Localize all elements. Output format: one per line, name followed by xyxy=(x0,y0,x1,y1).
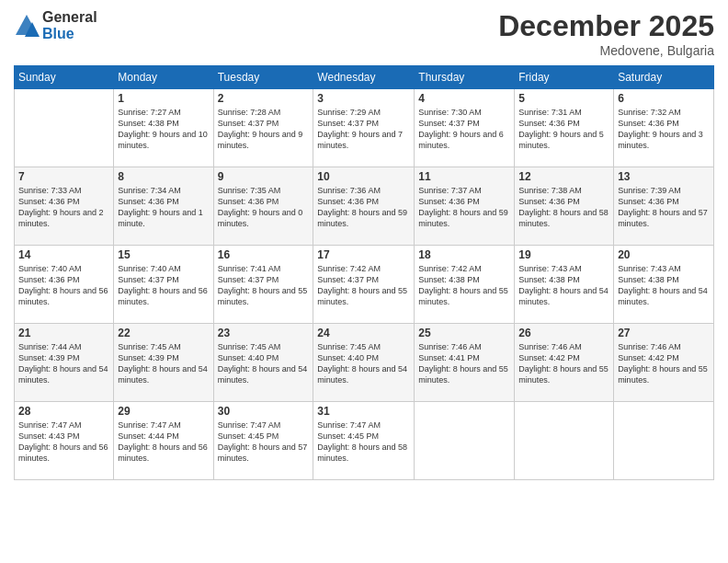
day-info: Sunrise: 7:28 AMSunset: 4:37 PMDaylight:… xyxy=(218,107,310,152)
day-info: Sunrise: 7:43 AMSunset: 4:38 PMDaylight:… xyxy=(518,263,609,308)
calendar-week-4: 21Sunrise: 7:44 AMSunset: 4:39 PMDayligh… xyxy=(15,324,714,402)
calendar-cell: 21Sunrise: 7:44 AMSunset: 4:39 PMDayligh… xyxy=(15,324,114,402)
day-number: 18 xyxy=(418,248,510,261)
day-info: Sunrise: 7:47 AMSunset: 4:45 PMDaylight:… xyxy=(317,419,410,465)
day-info: Sunrise: 7:41 AMSunset: 4:37 PMDaylight:… xyxy=(218,263,310,308)
calendar-cell xyxy=(515,402,614,480)
day-number: 28 xyxy=(18,405,109,418)
month-title: December 2025 xyxy=(498,9,714,43)
day-info: Sunrise: 7:47 AMSunset: 4:44 PMDaylight:… xyxy=(118,419,209,465)
day-info: Sunrise: 7:46 AMSunset: 4:42 PMDaylight:… xyxy=(518,341,609,386)
day-number: 25 xyxy=(418,327,510,339)
calendar-cell: 23Sunrise: 7:45 AMSunset: 4:40 PMDayligh… xyxy=(213,324,313,402)
calendar-cell: 10Sunrise: 7:36 AMSunset: 4:36 PMDayligh… xyxy=(313,167,415,246)
day-number: 19 xyxy=(518,248,609,261)
day-number: 7 xyxy=(18,170,109,183)
day-info: Sunrise: 7:47 AMSunset: 4:43 PMDaylight:… xyxy=(18,419,109,465)
location: Medovene, Bulgaria xyxy=(498,43,714,58)
calendar-cell: 1Sunrise: 7:27 AMSunset: 4:38 PMDaylight… xyxy=(114,89,213,167)
calendar-week-2: 7Sunrise: 7:33 AMSunset: 4:36 PMDaylight… xyxy=(15,167,714,246)
logo-text: General Blue xyxy=(42,9,97,41)
day-number: 13 xyxy=(618,170,710,183)
day-info: Sunrise: 7:31 AMSunset: 4:36 PMDaylight:… xyxy=(518,107,609,152)
calendar-cell xyxy=(15,89,114,167)
day-info: Sunrise: 7:45 AMSunset: 4:40 PMDaylight:… xyxy=(317,341,410,386)
logo-blue: Blue xyxy=(42,26,97,42)
day-info: Sunrise: 7:40 AMSunset: 4:37 PMDaylight:… xyxy=(118,263,209,308)
calendar-cell: 31Sunrise: 7:47 AMSunset: 4:45 PMDayligh… xyxy=(313,402,415,480)
day-number: 15 xyxy=(118,248,209,261)
day-number: 12 xyxy=(518,170,609,183)
day-number: 5 xyxy=(518,92,609,105)
calendar-cell xyxy=(415,402,515,480)
day-number: 17 xyxy=(317,248,410,261)
calendar-cell: 7Sunrise: 7:33 AMSunset: 4:36 PMDaylight… xyxy=(15,167,114,246)
calendar-cell: 19Sunrise: 7:43 AMSunset: 4:38 PMDayligh… xyxy=(515,246,614,324)
calendar-cell: 4Sunrise: 7:30 AMSunset: 4:37 PMDaylight… xyxy=(415,89,515,167)
day-info: Sunrise: 7:46 AMSunset: 4:42 PMDaylight:… xyxy=(618,341,710,386)
day-number: 9 xyxy=(218,170,310,183)
day-number: 31 xyxy=(317,405,410,418)
calendar-cell: 5Sunrise: 7:31 AMSunset: 4:36 PMDaylight… xyxy=(515,89,614,167)
page-header: General Blue December 2025 Medovene, Bul… xyxy=(14,9,714,58)
calendar-cell: 24Sunrise: 7:45 AMSunset: 4:40 PMDayligh… xyxy=(313,324,415,402)
calendar-cell: 14Sunrise: 7:40 AMSunset: 4:36 PMDayligh… xyxy=(15,246,114,324)
calendar-cell: 27Sunrise: 7:46 AMSunset: 4:42 PMDayligh… xyxy=(614,324,714,402)
day-number: 16 xyxy=(218,248,310,261)
calendar-cell: 2Sunrise: 7:28 AMSunset: 4:37 PMDaylight… xyxy=(213,89,313,167)
day-number: 20 xyxy=(618,248,710,261)
col-wednesday: Wednesday xyxy=(313,66,415,89)
day-number: 4 xyxy=(418,92,510,105)
day-info: Sunrise: 7:30 AMSunset: 4:37 PMDaylight:… xyxy=(418,107,510,152)
day-number: 8 xyxy=(118,170,209,183)
calendar-cell: 29Sunrise: 7:47 AMSunset: 4:44 PMDayligh… xyxy=(114,402,213,480)
day-number: 29 xyxy=(118,405,209,418)
day-info: Sunrise: 7:36 AMSunset: 4:36 PMDaylight:… xyxy=(317,185,410,230)
col-tuesday: Tuesday xyxy=(213,66,313,89)
day-info: Sunrise: 7:46 AMSunset: 4:41 PMDaylight:… xyxy=(418,341,510,386)
day-number: 21 xyxy=(18,327,109,339)
col-sunday: Sunday xyxy=(15,66,114,89)
day-info: Sunrise: 7:34 AMSunset: 4:36 PMDaylight:… xyxy=(118,185,209,230)
col-saturday: Saturday xyxy=(614,66,714,89)
day-info: Sunrise: 7:45 AMSunset: 4:39 PMDaylight:… xyxy=(118,341,209,386)
day-info: Sunrise: 7:43 AMSunset: 4:38 PMDaylight:… xyxy=(618,263,710,308)
day-info: Sunrise: 7:33 AMSunset: 4:36 PMDaylight:… xyxy=(18,185,109,230)
day-info: Sunrise: 7:42 AMSunset: 4:38 PMDaylight:… xyxy=(418,263,510,308)
calendar-cell: 26Sunrise: 7:46 AMSunset: 4:42 PMDayligh… xyxy=(515,324,614,402)
day-number: 22 xyxy=(118,327,209,339)
calendar-cell: 3Sunrise: 7:29 AMSunset: 4:37 PMDaylight… xyxy=(313,89,415,167)
day-info: Sunrise: 7:44 AMSunset: 4:39 PMDaylight:… xyxy=(18,341,109,386)
day-number: 30 xyxy=(218,405,310,418)
day-number: 26 xyxy=(518,327,609,339)
calendar-table: Sunday Monday Tuesday Wednesday Thursday… xyxy=(14,65,714,480)
day-number: 11 xyxy=(418,170,510,183)
logo: General Blue xyxy=(14,9,97,41)
calendar-cell: 15Sunrise: 7:40 AMSunset: 4:37 PMDayligh… xyxy=(114,246,213,324)
day-info: Sunrise: 7:35 AMSunset: 4:36 PMDaylight:… xyxy=(218,185,310,230)
col-thursday: Thursday xyxy=(415,66,515,89)
calendar-week-3: 14Sunrise: 7:40 AMSunset: 4:36 PMDayligh… xyxy=(15,246,714,324)
logo-icon xyxy=(14,13,40,39)
day-number: 3 xyxy=(317,92,410,105)
calendar-cell: 20Sunrise: 7:43 AMSunset: 4:38 PMDayligh… xyxy=(614,246,714,324)
day-number: 1 xyxy=(118,92,209,105)
day-number: 27 xyxy=(618,327,710,339)
calendar-week-5: 28Sunrise: 7:47 AMSunset: 4:43 PMDayligh… xyxy=(15,402,714,480)
calendar-cell: 11Sunrise: 7:37 AMSunset: 4:36 PMDayligh… xyxy=(415,167,515,246)
calendar-header-row: Sunday Monday Tuesday Wednesday Thursday… xyxy=(15,66,714,89)
day-number: 2 xyxy=(218,92,310,105)
calendar-cell: 16Sunrise: 7:41 AMSunset: 4:37 PMDayligh… xyxy=(213,246,313,324)
day-info: Sunrise: 7:32 AMSunset: 4:36 PMDaylight:… xyxy=(618,107,710,152)
day-info: Sunrise: 7:27 AMSunset: 4:38 PMDaylight:… xyxy=(118,107,209,152)
day-info: Sunrise: 7:38 AMSunset: 4:36 PMDaylight:… xyxy=(518,185,609,230)
day-number: 10 xyxy=(317,170,410,183)
calendar-cell: 28Sunrise: 7:47 AMSunset: 4:43 PMDayligh… xyxy=(15,402,114,480)
day-number: 24 xyxy=(317,327,410,339)
calendar-cell: 25Sunrise: 7:46 AMSunset: 4:41 PMDayligh… xyxy=(415,324,515,402)
day-number: 6 xyxy=(618,92,710,105)
day-info: Sunrise: 7:37 AMSunset: 4:36 PMDaylight:… xyxy=(418,185,510,230)
calendar-cell: 22Sunrise: 7:45 AMSunset: 4:39 PMDayligh… xyxy=(114,324,213,402)
calendar-cell: 18Sunrise: 7:42 AMSunset: 4:38 PMDayligh… xyxy=(415,246,515,324)
title-section: December 2025 Medovene, Bulgaria xyxy=(498,9,714,58)
